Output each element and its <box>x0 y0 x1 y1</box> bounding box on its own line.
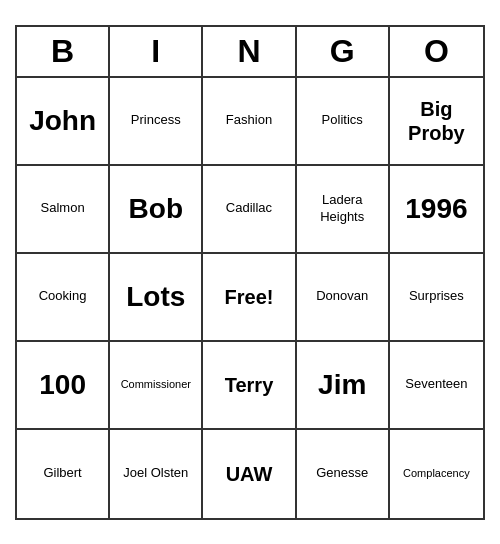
cell-text: Salmon <box>41 200 85 217</box>
bingo-cell: Princess <box>110 78 203 166</box>
cell-text: Donovan <box>316 288 368 305</box>
bingo-cell: Big Proby <box>390 78 483 166</box>
cell-text: Lots <box>126 280 185 314</box>
cell-text: Cooking <box>39 288 87 305</box>
cell-text: Genesse <box>316 465 368 482</box>
bingo-cell: Seventeen <box>390 342 483 430</box>
bingo-header: BINGO <box>17 27 483 78</box>
cell-text: Ladera Heights <box>301 192 384 226</box>
bingo-cell: Genesse <box>297 430 390 518</box>
cell-text: Fashion <box>226 112 272 129</box>
bingo-cell: Donovan <box>297 254 390 342</box>
cell-text: UAW <box>226 462 273 486</box>
cell-text: Joel Olsten <box>123 465 188 482</box>
header-letter: O <box>390 27 483 76</box>
header-letter: B <box>17 27 110 76</box>
header-letter: G <box>297 27 390 76</box>
bingo-cell: Fashion <box>203 78 296 166</box>
cell-text: Surprises <box>409 288 464 305</box>
cell-text: John <box>29 104 96 138</box>
bingo-cell: Commissioner <box>110 342 203 430</box>
cell-text: Princess <box>131 112 181 129</box>
cell-text: Big Proby <box>394 97 479 145</box>
bingo-cell: 1996 <box>390 166 483 254</box>
bingo-card: BINGO JohnPrincessFashionPoliticsBig Pro… <box>15 25 485 520</box>
bingo-cell: Terry <box>203 342 296 430</box>
cell-text: Complacency <box>403 466 470 480</box>
cell-text: Terry <box>225 373 274 397</box>
bingo-cell: Ladera Heights <box>297 166 390 254</box>
header-letter: N <box>203 27 296 76</box>
cell-text: Bob <box>129 192 183 226</box>
header-letter: I <box>110 27 203 76</box>
bingo-cell: John <box>17 78 110 166</box>
cell-text: Gilbert <box>43 465 81 482</box>
bingo-cell: Gilbert <box>17 430 110 518</box>
cell-text: Politics <box>322 112 363 129</box>
bingo-cell: Free! <box>203 254 296 342</box>
cell-text: Free! <box>225 285 274 309</box>
bingo-cell: Complacency <box>390 430 483 518</box>
bingo-cell: Jim <box>297 342 390 430</box>
bingo-grid: JohnPrincessFashionPoliticsBig ProbySalm… <box>17 78 483 518</box>
cell-text: Cadillac <box>226 200 272 217</box>
bingo-cell: Salmon <box>17 166 110 254</box>
bingo-cell: Politics <box>297 78 390 166</box>
cell-text: 100 <box>39 368 86 402</box>
cell-text: Seventeen <box>405 376 467 393</box>
bingo-cell: Joel Olsten <box>110 430 203 518</box>
bingo-cell: Lots <box>110 254 203 342</box>
bingo-cell: Bob <box>110 166 203 254</box>
bingo-cell: Cadillac <box>203 166 296 254</box>
cell-text: Jim <box>318 368 366 402</box>
bingo-cell: 100 <box>17 342 110 430</box>
cell-text: 1996 <box>405 192 467 226</box>
cell-text: Commissioner <box>121 377 191 391</box>
bingo-cell: UAW <box>203 430 296 518</box>
bingo-cell: Cooking <box>17 254 110 342</box>
bingo-cell: Surprises <box>390 254 483 342</box>
